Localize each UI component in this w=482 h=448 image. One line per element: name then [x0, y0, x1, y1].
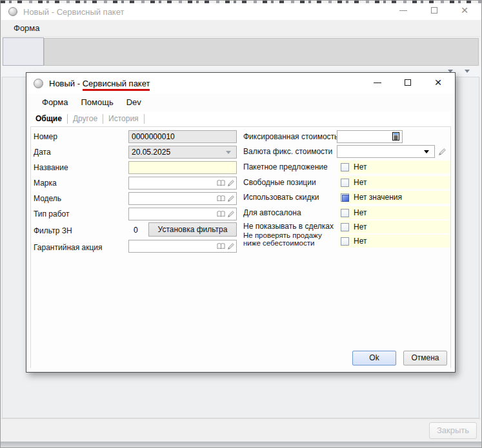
- currency-edit[interactable]: [438, 148, 447, 156]
- ok-button[interactable]: Ok: [352, 351, 396, 365]
- maximize-icon: [431, 7, 437, 14]
- tab-history[interactable]: История: [104, 112, 143, 126]
- minimize-button[interactable]: [396, 4, 411, 17]
- label-date: Дата: [34, 148, 51, 157]
- tab-other[interactable]: Другое: [68, 112, 102, 126]
- book-icon[interactable]: [217, 179, 225, 187]
- book-icon[interactable]: [217, 210, 225, 218]
- label-brand: Марка: [34, 179, 57, 188]
- background-tabbar-fill: [44, 38, 479, 66]
- checkbox-unchecked[interactable]: [341, 179, 349, 187]
- tab-separator: [103, 114, 103, 124]
- close-window-button[interactable]: Закрыть: [429, 422, 477, 439]
- dialog-menubar: Форма Помощь Dev: [26, 93, 455, 111]
- background-footer: Закрыть: [1, 418, 481, 442]
- label-model: Модель: [34, 194, 61, 203]
- minimize-icon: [399, 10, 407, 11]
- chevron-down-icon[interactable]: [465, 70, 470, 73]
- checkbox-state-label: Нет: [354, 162, 367, 171]
- dialog-minimize-button[interactable]: [370, 76, 385, 89]
- label-number: Номер: [34, 132, 57, 141]
- dialog-close-button[interactable]: ×: [430, 76, 446, 89]
- app-icon: [8, 7, 17, 16]
- label-hide-in-deals: Не показывать в сделках: [243, 222, 334, 231]
- label-work-type: Тип работ: [34, 209, 69, 219]
- filter-count: 0: [134, 226, 138, 235]
- close-button[interactable]: ×: [457, 4, 472, 17]
- dialog-title-prefix: Новый -: [49, 79, 83, 88]
- tab-content-general: Номер Дата Название Марка Модель Тип раб…: [30, 126, 451, 368]
- book-icon[interactable]: [217, 195, 225, 202]
- dialog-app-icon: [34, 79, 43, 88]
- menu-forma[interactable]: Форма: [41, 96, 70, 108]
- dialog-title-emphasis: Сервисный пакет: [83, 79, 150, 91]
- service-package-dialog: Новый - Сервисный пакет × Форма Помощь D…: [26, 72, 456, 373]
- package-offer-row: Нет: [339, 161, 450, 173]
- checkbox-unchecked[interactable]: [341, 237, 349, 246]
- checkbox-unchecked[interactable]: [341, 223, 349, 231]
- dialog-maximize-button[interactable]: [400, 76, 416, 89]
- checkbox-unchecked[interactable]: [341, 209, 349, 217]
- pencil-icon: [438, 148, 447, 156]
- label-free-positions: Свободные позиции: [243, 178, 316, 187]
- maximize-button[interactable]: [427, 4, 442, 17]
- dialog-titlebar: Новый - Сервисный пакет: [26, 73, 455, 93]
- background-window-title: Новый - Сервисный пакет: [23, 7, 124, 17]
- pencil-icon[interactable]: [227, 242, 235, 250]
- tab-separator: [67, 114, 68, 124]
- label-package-offer: Пакетное предложение: [243, 162, 328, 171]
- checkbox-state-label: Нет: [354, 237, 367, 246]
- label-warranty-action: Гарантийная акция: [34, 243, 103, 252]
- checkbox-state-label: Нет: [354, 178, 367, 187]
- minimize-icon: [374, 83, 381, 83]
- label-use-discounts: Использовать скидки: [243, 193, 319, 202]
- fixed-cost-calc: [392, 132, 399, 141]
- background-tab[interactable]: [3, 37, 44, 66]
- no-below-cost-row: Нет: [339, 235, 450, 248]
- label-fixed-cost: Фиксированная стоимость: [243, 132, 338, 141]
- checkbox-state-label: Нет значения: [354, 193, 402, 202]
- menu-forma[interactable]: Форма: [11, 22, 43, 34]
- checkbox-state-label: Нет: [354, 208, 367, 217]
- cancel-button[interactable]: Отмена: [403, 351, 447, 365]
- checkbox-indeterminate[interactable]: [341, 193, 349, 202]
- label-name: Название: [34, 163, 68, 172]
- model-field-icons: [217, 195, 235, 202]
- maximize-icon: [405, 79, 411, 86]
- for-showroom-row: Нет: [339, 206, 450, 219]
- date-field: [128, 146, 237, 159]
- checkbox-unchecked[interactable]: [341, 163, 349, 171]
- book-icon[interactable]: [217, 242, 225, 250]
- dialog-tabbar: Общие Другое История: [31, 112, 450, 126]
- hide-in-deals-row: Нет: [339, 220, 450, 233]
- free-positions-row: Нет: [339, 176, 450, 189]
- currency-dropdown[interactable]: [424, 150, 429, 153]
- brand-field-icons: [217, 179, 235, 187]
- name-field[interactable]: [128, 161, 237, 174]
- date-dropdown: [226, 151, 231, 154]
- label-no-below-cost-check: Не проверять продажу ниже себестоимости: [243, 231, 340, 247]
- currency-combo[interactable]: [337, 145, 435, 158]
- setup-filter-button[interactable]: Установка фильтра: [148, 222, 237, 237]
- label-fixed-cost-currency: Валюта фикс. стоимости: [243, 147, 332, 156]
- dialog-title: Новый - Сервисный пакет: [49, 79, 150, 88]
- pencil-icon[interactable]: [227, 179, 235, 187]
- checkbox-state-label: Нет: [354, 222, 367, 231]
- label-for-showroom: Для автосалона: [243, 208, 301, 217]
- chevron-down-icon: [226, 151, 231, 154]
- chevron-down-icon: [424, 150, 429, 153]
- number-field: [128, 130, 237, 143]
- menu-help[interactable]: Помощь: [80, 96, 115, 108]
- warranty-field-icons: [217, 242, 235, 250]
- tab-general[interactable]: Общие: [31, 112, 66, 126]
- window-bottom-border: [1, 442, 481, 447]
- pencil-icon[interactable]: [227, 195, 235, 202]
- calculator-icon[interactable]: [392, 132, 399, 141]
- menu-dev[interactable]: Dev: [125, 96, 143, 108]
- pencil-icon[interactable]: [227, 210, 235, 218]
- work-type-field-icons: [217, 210, 235, 218]
- tab-separator: [144, 114, 145, 124]
- background-menubar: Форма: [1, 20, 481, 37]
- close-icon: ×: [461, 5, 468, 16]
- use-discounts-row: Нет значения: [339, 191, 450, 204]
